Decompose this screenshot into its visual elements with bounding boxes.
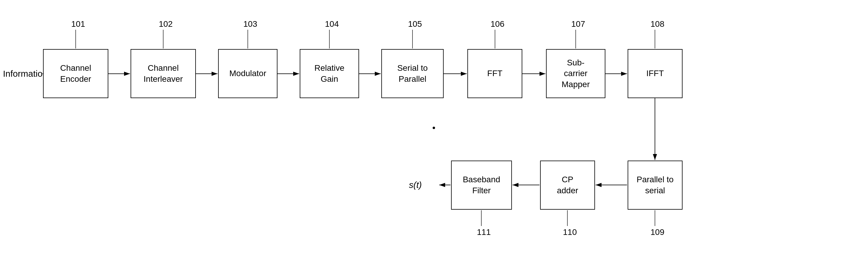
diagram-svg: Information 101 102 103 104 105 106 107 … bbox=[0, 0, 868, 270]
svg-text:110: 110 bbox=[563, 227, 577, 237]
serial-to-parallel-block: Serial toParallel bbox=[381, 49, 444, 98]
modulator-label: Modulator bbox=[229, 68, 267, 79]
fft-block: FFT bbox=[467, 49, 522, 98]
baseband-filter-label: BasebandFilter bbox=[463, 174, 500, 196]
subcarrier-mapper-block: Sub-carrierMapper bbox=[546, 49, 606, 98]
ifft-label: IFFT bbox=[646, 68, 664, 79]
svg-text:s(t): s(t) bbox=[409, 180, 422, 190]
modulator-block: Modulator bbox=[218, 49, 277, 98]
svg-text:106: 106 bbox=[491, 19, 504, 29]
fft-label: FFT bbox=[487, 68, 502, 79]
cp-adder-block: CPadder bbox=[540, 161, 595, 210]
svg-text:101: 101 bbox=[71, 19, 85, 29]
relative-gain-label: RelativeGain bbox=[314, 63, 344, 84]
ifft-block: IFFT bbox=[628, 49, 683, 98]
serial-to-parallel-label: Serial toParallel bbox=[397, 63, 428, 84]
parallel-to-serial-label: Parallel toserial bbox=[637, 174, 674, 196]
channel-interleaver-label: ChannelInterleaver bbox=[144, 63, 183, 84]
svg-text:105: 105 bbox=[408, 19, 422, 29]
information-label: Information bbox=[3, 69, 48, 79]
baseband-filter-block: BasebandFilter bbox=[451, 161, 512, 210]
svg-text:107: 107 bbox=[571, 19, 585, 29]
channel-interleaver-block: ChannelInterleaver bbox=[131, 49, 196, 98]
channel-encoder-label: Channel Encoder bbox=[43, 63, 108, 84]
parallel-to-serial-block: Parallel toserial bbox=[628, 161, 683, 210]
channel-encoder-block: Channel Encoder bbox=[43, 49, 108, 98]
svg-text:102: 102 bbox=[159, 19, 173, 29]
svg-text:103: 103 bbox=[243, 19, 257, 29]
svg-text:104: 104 bbox=[325, 19, 339, 29]
svg-text:111: 111 bbox=[477, 227, 491, 237]
svg-text:108: 108 bbox=[650, 19, 664, 29]
cp-adder-label: CPadder bbox=[557, 174, 578, 196]
svg-point-37 bbox=[433, 127, 435, 129]
relative-gain-block: RelativeGain bbox=[300, 49, 359, 98]
svg-text:109: 109 bbox=[650, 227, 664, 237]
subcarrier-mapper-label: Sub-carrierMapper bbox=[562, 57, 590, 90]
diagram-container: Information 101 102 103 104 105 106 107 … bbox=[0, 0, 868, 270]
